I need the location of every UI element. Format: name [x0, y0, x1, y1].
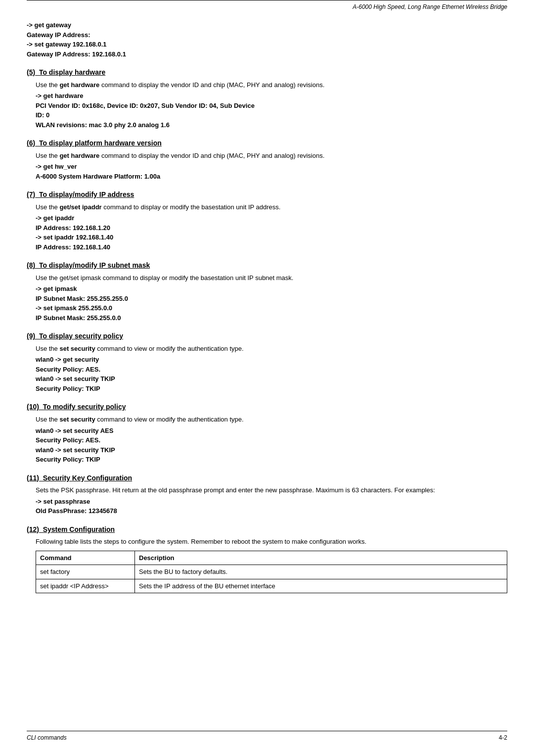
section-9: (9) To display security policy Use the s…: [27, 331, 507, 393]
table-cell-cmd-1: set factory: [36, 565, 135, 579]
section-8-desc: Use the get/set ipmask command to displa…: [36, 273, 507, 283]
section-8: (8) To display/modify IP subnet mask Use…: [27, 261, 507, 323]
footer-left: CLI commands: [27, 734, 67, 741]
section-9-body: Use the set security command to view or …: [36, 344, 507, 394]
section-7-code-4: IP Address: 192.168.1.40: [36, 242, 507, 252]
section-5-heading-text: (5) To display hardware: [27, 68, 105, 76]
section-7-heading: (7) To display/modify IP address: [27, 190, 507, 200]
config-table: Command Description set factory Sets the…: [36, 551, 507, 594]
table-header-description: Description: [135, 551, 507, 565]
section-8-code-2: IP Subnet Mask: 255.255.255.0: [36, 294, 507, 304]
section-7-body: Use the get/set ipaddr command to displa…: [36, 202, 507, 252]
section-8-code-3: -> set ipmask 255.255.0.0: [36, 303, 507, 313]
content-area: -> get gateway Gateway IP Address: -> se…: [27, 15, 507, 593]
section-10-body: Use the set security command to view or …: [36, 415, 507, 465]
section-5-desc: Use the get hardware command to display …: [36, 80, 507, 90]
section-11-code-2: Old PassPhrase: 12345678: [36, 506, 507, 516]
section-8-body: Use the get/set ipmask command to displa…: [36, 273, 507, 323]
section-7-code-2: IP Address: 192.168.1.20: [36, 223, 507, 233]
section-10-code-3: wlan0 -> set security TKIP: [36, 445, 507, 455]
section-12-desc: Following table lists the steps to confi…: [36, 537, 507, 547]
page-container: A-6000 High Speed, Long Range Ethernet W…: [0, 0, 534, 756]
section-10-code-2: Security Policy: AES.: [36, 435, 507, 445]
table-row: set ipaddr <IP Address> Sets the IP addr…: [36, 579, 507, 593]
table-cell-cmd-2: set ipaddr <IP Address>: [36, 579, 135, 593]
section-7: (7) To display/modify IP address Use the…: [27, 190, 507, 252]
section-7-code-1: -> get ipaddr: [36, 213, 507, 223]
section-5-body: Use the get hardware command to display …: [36, 80, 507, 130]
table-cell-desc-1: Sets the BU to factory defaults.: [135, 565, 507, 579]
section-12: (12) System Configuration Following tabl…: [27, 525, 507, 594]
section-6-code-1: -> get hw_ver: [36, 162, 507, 172]
intro-line-3: -> set gateway 192.168.0.1: [27, 40, 507, 49]
section-6: (6) To display platform hardware version…: [27, 139, 507, 181]
section-8-code-1: -> get ipmask: [36, 284, 507, 294]
section-5-code-1: -> get hardware: [36, 91, 507, 101]
section-10-code-4: Security Policy: TKIP: [36, 455, 507, 465]
table-header-row: Command Description: [36, 551, 507, 565]
intro-line-2: Gateway IP Address:: [27, 30, 507, 40]
section-8-code-4: IP Subnet Mask: 255.255.0.0: [36, 313, 507, 323]
section-9-code-1: wlan0 -> get security: [36, 355, 507, 365]
table-header-command: Command: [36, 551, 135, 565]
section-5-code-3: ID: 0: [36, 110, 507, 120]
section-6-code-2: A-6000 System Hardware Platform: 1.00a: [36, 172, 507, 182]
table-cell-desc-2: Sets the IP address of the BU ethernet i…: [135, 579, 507, 593]
section-9-code-3: wlan0 -> set security TKIP: [36, 374, 507, 384]
section-10: (10) To modify security policy Use the s…: [27, 402, 507, 464]
section-11-desc: Sets the PSK passphrase. Hit return at t…: [36, 485, 507, 495]
section-11-heading: (11) Security Key Configuration: [27, 473, 507, 483]
section-6-body: Use the get hardware command to display …: [36, 151, 507, 182]
section-6-desc: Use the get hardware command to display …: [36, 151, 507, 161]
section-9-desc: Use the set security command to view or …: [36, 344, 507, 354]
section-6-heading: (6) To display platform hardware version: [27, 139, 507, 148]
section-5-heading: (5) To display hardware: [27, 68, 507, 78]
section-9-heading-text: (9) To display security policy: [27, 332, 123, 340]
section-9-code-2: Security Policy: AES.: [36, 365, 507, 375]
intro-line-1: -> get gateway: [27, 20, 507, 30]
section-5-code-4: WLAN revisions: mac 3.0 phy 2.0 analog 1…: [36, 120, 507, 130]
header-title: A-6000 High Speed, Long Range Ethernet W…: [353, 3, 507, 10]
footer-bar: CLI commands 4-2: [27, 731, 507, 741]
section-11: (11) Security Key Configuration Sets the…: [27, 473, 507, 516]
section-5: (5) To display hardware Use the get hard…: [27, 68, 507, 130]
intro-block: -> get gateway Gateway IP Address: -> se…: [27, 20, 507, 59]
section-11-body: Sets the PSK passphrase. Hit return at t…: [36, 485, 507, 516]
section-8-heading-text: (8) To display/modify IP subnet mask: [27, 261, 150, 269]
section-10-heading-text: (10) To modify security policy: [27, 403, 126, 411]
section-5-code-2: PCI Vendor ID: 0x168c, Device ID: 0x207,…: [36, 101, 507, 111]
section-11-code-1: -> set passphrase: [36, 497, 507, 507]
section-12-heading: (12) System Configuration: [27, 525, 507, 535]
section-12-heading-text: (12) System Configuration: [27, 525, 115, 533]
section-10-code-1: wlan0 -> set security AES: [36, 426, 507, 436]
section-7-code-3: -> set ipaddr 192.168.1.40: [36, 233, 507, 242]
section-9-code-4: Security Policy: TKIP: [36, 384, 507, 394]
section-11-heading-text: (11) Security Key Configuration: [27, 474, 132, 482]
section-8-heading: (8) To display/modify IP subnet mask: [27, 261, 507, 271]
intro-line-4: Gateway IP Address: 192.168.0.1: [27, 49, 507, 59]
section-6-heading-text: (6) To display platform hardware version: [27, 139, 162, 147]
footer-right: 4-2: [499, 734, 507, 741]
section-10-heading: (10) To modify security policy: [27, 402, 507, 412]
section-10-desc: Use the set security command to view or …: [36, 415, 507, 425]
section-7-desc: Use the get/set ipaddr command to displa…: [36, 202, 507, 212]
section-9-heading: (9) To display security policy: [27, 331, 507, 341]
table-row: set factory Sets the BU to factory defau…: [36, 565, 507, 579]
section-12-body: Following table lists the steps to confi…: [36, 537, 507, 593]
section-7-heading-text: (7) To display/modify IP address: [27, 190, 134, 198]
header-bar: A-6000 High Speed, Long Range Ethernet W…: [27, 0, 507, 10]
